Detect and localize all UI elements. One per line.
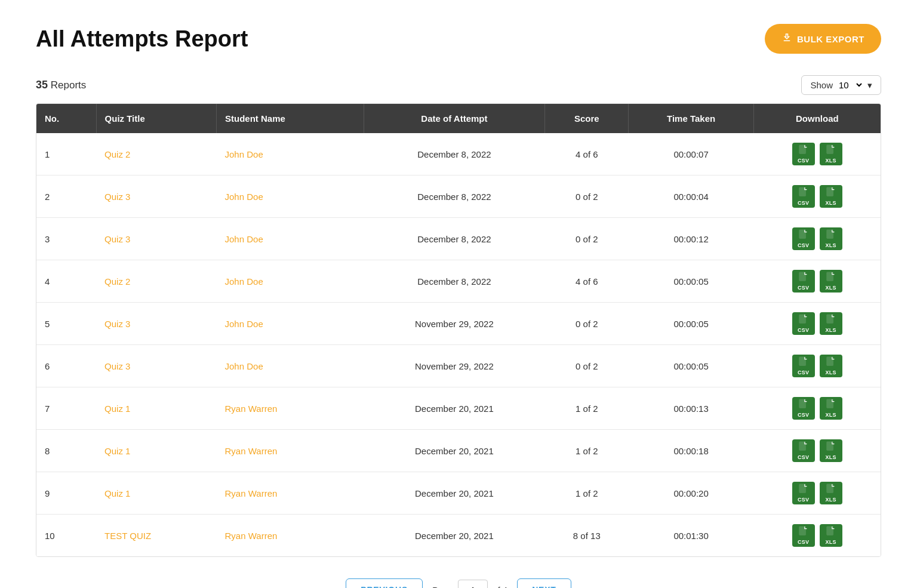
student-name-link[interactable]: John Doe — [225, 192, 263, 202]
cell-score: 4 of 6 — [545, 133, 629, 176]
page-number-input[interactable] — [458, 580, 488, 589]
next-button[interactable]: NEXT — [517, 578, 571, 588]
table-header-row: No. Quiz Title Student Name Date of Atte… — [36, 104, 881, 133]
csv-download-button[interactable]: CSV — [792, 143, 815, 165]
pagination-row: PREVIOUS Page of 4 NEXT — [36, 578, 881, 588]
cell-download: CSV XLS — [753, 260, 881, 303]
csv-download-button[interactable]: CSV — [792, 355, 815, 377]
quiz-title-link[interactable]: Quiz 2 — [104, 149, 130, 159]
csv-download-button[interactable]: CSV — [792, 185, 815, 208]
csv-download-button[interactable]: CSV — [792, 227, 815, 250]
page-title: All Attempts Report — [36, 26, 248, 52]
cell-student-name: Ryan Warren — [217, 472, 364, 515]
cell-student-name: John Doe — [217, 345, 364, 387]
cell-download: CSV XLS — [753, 387, 881, 430]
xls-download-button[interactable]: XLS — [820, 482, 842, 504]
quiz-title-link[interactable]: Quiz 3 — [104, 192, 130, 202]
xls-download-button[interactable]: XLS — [820, 524, 842, 547]
csv-download-button[interactable]: CSV — [792, 270, 815, 293]
student-name-link[interactable]: John Doe — [225, 149, 263, 159]
xls-download-button[interactable]: XLS — [820, 270, 842, 293]
previous-button[interactable]: PREVIOUS — [346, 578, 423, 588]
cell-score: 1 of 2 — [545, 472, 629, 515]
xls-download-button[interactable]: XLS — [820, 143, 842, 165]
reports-label: Reports — [51, 79, 87, 91]
reports-count: 35 Reports — [36, 79, 86, 91]
chevron-down-icon: ▾ — [867, 80, 872, 91]
cell-download: CSV XLS — [753, 218, 881, 260]
xls-download-button[interactable]: XLS — [820, 185, 842, 208]
csv-download-button[interactable]: CSV — [792, 482, 815, 504]
cell-date: November 29, 2022 — [364, 345, 544, 387]
cell-no: 1 — [36, 133, 96, 176]
cell-date: December 8, 2022 — [364, 176, 544, 218]
cell-student-name: Ryan Warren — [217, 430, 364, 472]
cell-score: 4 of 6 — [545, 260, 629, 303]
student-name-link[interactable]: Ryan Warren — [225, 488, 278, 498]
quiz-title-link[interactable]: Quiz 2 — [104, 276, 130, 287]
reports-number: 35 — [36, 79, 48, 91]
table-row: 5 Quiz 3 John Doe November 29, 2022 0 of… — [36, 303, 881, 345]
cell-time-taken: 00:00:05 — [629, 303, 753, 345]
cell-time-taken: 00:00:13 — [629, 387, 753, 430]
xls-download-button[interactable]: XLS — [820, 439, 842, 462]
quiz-title-link[interactable]: Quiz 1 — [104, 446, 130, 456]
quiz-title-link[interactable]: Quiz 3 — [104, 361, 130, 371]
show-label: Show — [810, 80, 833, 90]
student-name-link[interactable]: Ryan Warren — [225, 446, 278, 456]
cell-no: 8 — [36, 430, 96, 472]
cell-no: 2 — [36, 176, 96, 218]
student-name-link[interactable]: John Doe — [225, 361, 263, 371]
quiz-title-link[interactable]: Quiz 3 — [104, 234, 130, 244]
show-select-wrapper[interactable]: Show 10 25 50 100 ▾ — [801, 75, 881, 95]
cell-time-taken: 00:00:04 — [629, 176, 753, 218]
table-row: 1 Quiz 2 John Doe December 8, 2022 4 of … — [36, 133, 881, 176]
table-row: 3 Quiz 3 John Doe December 8, 2022 0 of … — [36, 218, 881, 260]
cell-download: CSV XLS — [753, 430, 881, 472]
cell-download: CSV XLS — [753, 345, 881, 387]
xls-download-button[interactable]: XLS — [820, 397, 842, 420]
xls-download-button[interactable]: XLS — [820, 227, 842, 250]
cell-date: December 8, 2022 — [364, 133, 544, 176]
bulk-export-button[interactable]: BULK EXPORT — [765, 24, 881, 54]
cell-no: 6 — [36, 345, 96, 387]
csv-download-button[interactable]: CSV — [792, 524, 815, 547]
cell-time-taken: 00:00:18 — [629, 430, 753, 472]
cell-quiz-title: Quiz 3 — [96, 303, 216, 345]
student-name-link[interactable]: John Doe — [225, 276, 263, 287]
cell-no: 10 — [36, 515, 96, 557]
csv-download-button[interactable]: CSV — [792, 397, 815, 420]
csv-download-button[interactable]: CSV — [792, 312, 815, 335]
xls-download-button[interactable]: XLS — [820, 312, 842, 335]
cell-download: CSV XLS — [753, 472, 881, 515]
student-name-link[interactable]: John Doe — [225, 319, 263, 329]
student-name-link[interactable]: John Doe — [225, 234, 263, 244]
csv-download-button[interactable]: CSV — [792, 439, 815, 462]
cell-time-taken: 00:00:07 — [629, 133, 753, 176]
student-name-link[interactable]: Ryan Warren — [225, 531, 278, 541]
cell-score: 0 of 2 — [545, 218, 629, 260]
attempts-table: No. Quiz Title Student Name Date of Atte… — [36, 104, 881, 556]
table-row: 8 Quiz 1 Ryan Warren December 20, 2021 1… — [36, 430, 881, 472]
cell-time-taken: 00:00:12 — [629, 218, 753, 260]
cell-student-name: Ryan Warren — [217, 515, 364, 557]
cell-quiz-title: Quiz 3 — [96, 345, 216, 387]
cell-time-taken: 00:01:30 — [629, 515, 753, 557]
col-no: No. — [36, 104, 96, 133]
of-label: of 4 — [493, 585, 507, 589]
cell-time-taken: 00:00:05 — [629, 345, 753, 387]
xls-download-button[interactable]: XLS — [820, 355, 842, 377]
quiz-title-link[interactable]: Quiz 1 — [104, 488, 130, 498]
student-name-link[interactable]: Ryan Warren — [225, 404, 278, 414]
cell-date: December 20, 2021 — [364, 387, 544, 430]
show-select[interactable]: 10 25 50 100 — [836, 79, 864, 91]
col-date-of-attempt: Date of Attempt — [364, 104, 544, 133]
cell-score: 0 of 2 — [545, 345, 629, 387]
quiz-title-link[interactable]: Quiz 3 — [104, 319, 130, 329]
quiz-title-link[interactable]: Quiz 1 — [104, 404, 130, 414]
table-row: 10 TEST QUIZ Ryan Warren December 20, 20… — [36, 515, 881, 557]
cell-date: December 20, 2021 — [364, 472, 544, 515]
cell-quiz-title: Quiz 3 — [96, 176, 216, 218]
page-input-group: Page of 4 — [432, 580, 507, 589]
quiz-title-link[interactable]: TEST QUIZ — [104, 531, 151, 541]
